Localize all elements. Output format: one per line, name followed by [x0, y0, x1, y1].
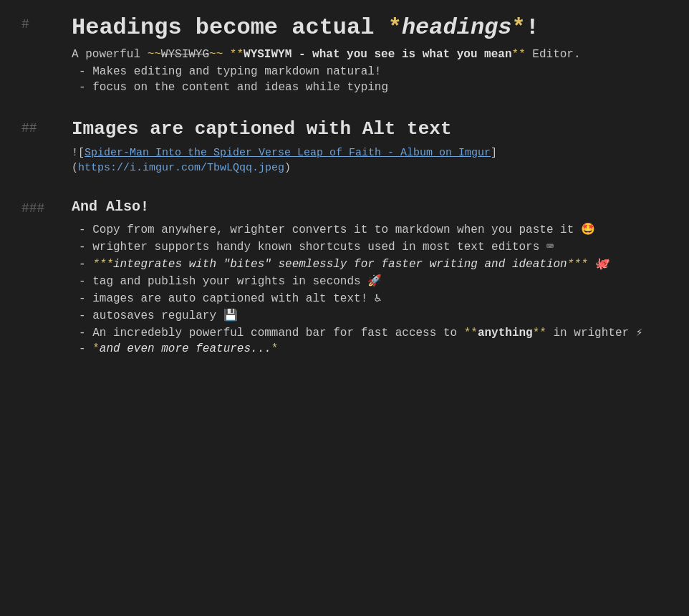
image-prefix: ![ [72, 147, 85, 159]
bold-middle-text: anything [478, 327, 533, 340]
h3-list-item-6: - An incredebly powerful command bar for… [72, 325, 668, 340]
h2-content: Images are captioned with Alt text ![Spi… [72, 118, 668, 177]
heading-prefix: Headings become actual [72, 14, 388, 41]
italic-star-close: * [512, 14, 526, 41]
section-h1: # Headings become actual *headings*! A p… [21, 14, 668, 97]
h3-list-item-5: - autosaves regulary 💾 [72, 308, 668, 322]
h3-content: And Also! - Copy from anywhere, wrighter… [72, 198, 668, 358]
h1-content: Headings become actual *headings*! A pow… [72, 14, 668, 97]
subtitle-pre: A powerful [72, 48, 148, 61]
bold-mid-marker-open: ** [464, 327, 478, 340]
h3-list-item-7: - *and even more features...* [72, 342, 668, 355]
section-h2: ## Images are captioned with Alt text ![… [21, 118, 668, 177]
subtitle-post: Editor. [526, 48, 581, 61]
image-line: ![Spider-Man Into the Spider Verse Leap … [72, 147, 668, 159]
h3-list-item-4: - images are auto captioned with alt tex… [72, 291, 668, 305]
subtitle-strike: WYSIWYG [161, 48, 209, 61]
h2-marker: ## [21, 118, 72, 135]
h1-heading: Headings become actual *headings*! [72, 14, 668, 41]
bold-middle-pre: An incredebly powerful command bar for f… [92, 327, 463, 340]
strike-marker-close: ~~ [209, 48, 223, 61]
section-h3: ### And Also! - Copy from anywhere, wrig… [21, 198, 668, 358]
image-url[interactable]: https://i.imgur.com/TbwLQqq.jpeg [78, 162, 284, 174]
italic-item-text: and even more features... [100, 342, 271, 355]
bold-marker-close: ** [512, 48, 526, 61]
subtitle-line: A powerful ~~WYSIWYG~~ **WYSIWYM - what … [72, 48, 668, 61]
list-item-1: - focus on the content and ideas while t… [72, 81, 668, 94]
italic-marker-open: * [92, 342, 100, 355]
heading-suffix: ! [526, 14, 539, 41]
h3-marker: ### [21, 198, 72, 216]
h3-list-item-3: - tag and publish your wrights in second… [72, 274, 668, 288]
h3-list-item-2: - ***integrates with "bites" seemlessly … [72, 256, 668, 271]
bold-marker-open: ** [223, 48, 244, 61]
list-item-0: - Makes editing and typing markdown natu… [72, 65, 668, 78]
italic-star-open: * [388, 14, 402, 41]
image-url-line: (https://i.imgur.com/TbwLQqq.jpeg) [72, 162, 668, 174]
bi-marker-close: *** [567, 258, 588, 271]
image-url-suffix: ) [284, 162, 291, 174]
subtitle-bold: WYSIWYM - what you see is what you mean [244, 48, 511, 61]
image-url-prefix: ( [72, 162, 78, 174]
strike-marker-open: ~~ [148, 48, 161, 61]
h3-heading: And Also! [72, 198, 668, 215]
h2-heading: Images are captioned with Alt text [72, 118, 668, 140]
bold-mid-marker-close: ** [533, 327, 546, 340]
heading-italic-text: headings [402, 14, 512, 41]
image-link-suffix: ] [491, 147, 497, 159]
h3-list-item-1: - wrighter supports handy known shortcut… [72, 239, 668, 254]
h3-list-item-0: - Copy from anywhere, wrighter converts … [72, 222, 668, 236]
h1-marker: # [21, 14, 72, 32]
bi-marker-open: *** [92, 258, 113, 271]
bold-middle-post: in wrighter ⚡ [546, 327, 642, 340]
bi-text: integrates with "bites" seemlessly for f… [113, 258, 567, 271]
image-link-text[interactable]: Spider-Man Into the Spider Verse Leap of… [85, 147, 491, 159]
italic-marker-close: * [271, 342, 279, 355]
bi-emoji: 🐙 [588, 258, 610, 271]
